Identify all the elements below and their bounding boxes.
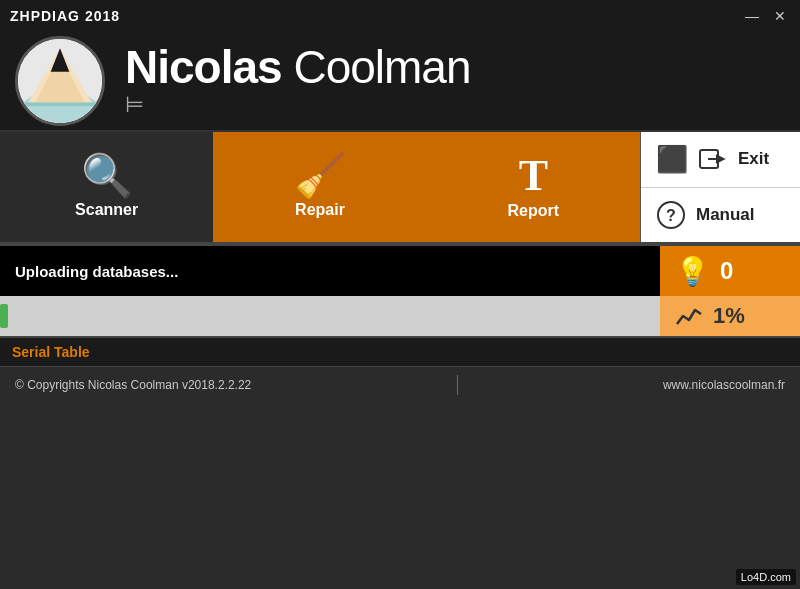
svg-text:?: ? — [666, 207, 676, 224]
status-area: Uploading databases... 💡 0 — [0, 246, 800, 296]
serial-table-label: Serial Table — [12, 344, 90, 360]
app-name: Nicolas Coolman — [125, 44, 785, 90]
title-bar: ZHPDIAG 2018 — ✕ — [0, 0, 800, 32]
nav-right-panel: ⬛ Exit ? Manual — [640, 132, 800, 242]
header-text: Nicolas Coolman ⊨ — [125, 44, 785, 118]
footer: © Copyrights Nicolas Coolman v2018.2.2.2… — [0, 366, 800, 402]
report-label: Report — [508, 202, 560, 220]
status-right: 💡 0 — [660, 246, 800, 296]
scanner-button[interactable]: 🔍 Scanner — [0, 132, 213, 242]
repair-label: Repair — [295, 201, 345, 219]
footer-divider — [457, 375, 458, 395]
exit-label: Exit — [738, 149, 769, 169]
status-count: 0 — [720, 257, 733, 285]
nav-bar: 🔍 Scanner 🧹 Repair T Report ⬛ Exit ? Man… — [0, 132, 800, 242]
footer-left: © Copyrights Nicolas Coolman v2018.2.2.2… — [15, 378, 251, 392]
report-button[interactable]: T Report — [427, 132, 640, 242]
broom-icon: 🧹 — [294, 155, 346, 197]
svg-rect-6 — [23, 102, 98, 106]
scanner-label: Scanner — [75, 201, 138, 219]
copyright-text: © Copyrights Nicolas Coolman v2018.2.2.2… — [15, 378, 251, 392]
manual-svg-icon: ? — [656, 200, 686, 230]
text-icon: T — [519, 154, 548, 198]
logo-svg — [18, 36, 102, 126]
bulb-icon: 💡 — [675, 255, 710, 288]
exit-icon: ⬛ — [656, 144, 688, 175]
trend-icon — [675, 304, 703, 328]
header: Nicolas Coolman ⊨ — [0, 32, 800, 132]
uploading-text: Uploading databases... — [15, 263, 178, 280]
serial-bar: Serial Table — [0, 336, 800, 366]
footer-url: www.nicolascoolman.fr — [663, 378, 785, 392]
progress-percent: 1% — [713, 303, 745, 329]
minimize-button[interactable]: — — [742, 8, 762, 24]
header-icon: ⊨ — [125, 92, 785, 118]
app-title: ZHPDIAG 2018 — [10, 8, 120, 24]
close-button[interactable]: ✕ — [770, 8, 790, 24]
progress-right: 1% — [660, 296, 800, 336]
exit-svg-icon — [698, 144, 728, 174]
manual-button[interactable]: ? Manual — [641, 188, 800, 243]
status-text-area: Uploading databases... — [0, 246, 660, 296]
progress-bar-container — [0, 296, 660, 336]
logo — [15, 36, 105, 126]
name-nicolas: Nicolas — [125, 41, 282, 93]
repair-button[interactable]: 🧹 Repair — [213, 132, 426, 242]
watermark: Lo4D.com — [736, 569, 796, 585]
name-coolman: Coolman — [282, 41, 471, 93]
search-icon: 🔍 — [81, 155, 133, 197]
window-controls: — ✕ — [742, 8, 790, 24]
progress-bar-fill — [0, 304, 8, 328]
manual-label: Manual — [696, 205, 755, 225]
progress-area: 1% — [0, 296, 800, 336]
exit-button[interactable]: ⬛ Exit — [641, 132, 800, 188]
